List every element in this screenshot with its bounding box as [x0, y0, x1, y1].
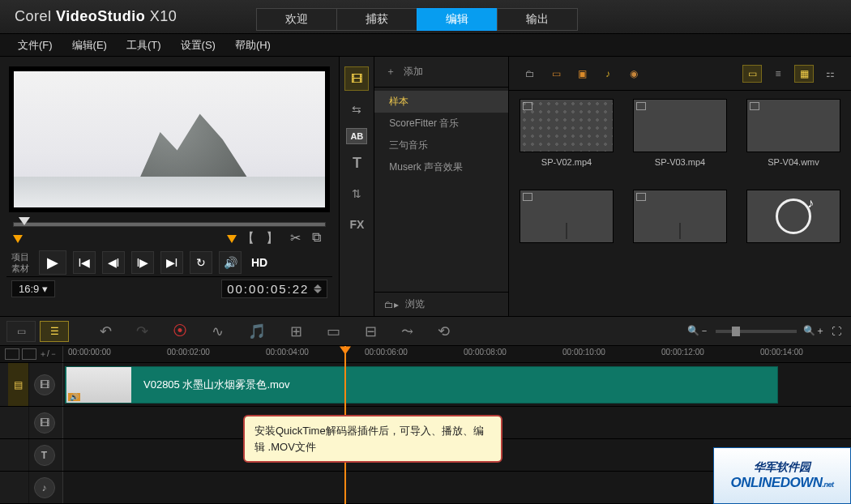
rail-transition-icon[interactable]: ⇆	[344, 97, 369, 122]
ruler-right-icon[interactable]	[22, 348, 36, 360]
timecode-down-icon[interactable]	[314, 289, 322, 293]
timeline-clip[interactable]: 🔊 V02805 水墨山水烟雾景色.mov	[65, 366, 778, 404]
menu-help[interactable]: 帮助(H)	[225, 38, 280, 53]
watermark-cn: 华军软件园	[754, 460, 810, 475]
video-track-icon[interactable]: 🎞	[34, 374, 55, 395]
title-track-icon[interactable]: T	[34, 445, 55, 466]
sort-icon[interactable]: ⚏	[820, 65, 840, 83]
video-track-1[interactable]: ▤ 🎞 🔊 V02805 水墨山水烟雾景色.mov	[0, 363, 851, 407]
timeline-view-icon[interactable]: ☰	[40, 321, 69, 342]
library-item-sample[interactable]: 样本	[374, 91, 508, 113]
watermark-badge: 华军软件园 ONLINEDOWN.net	[713, 447, 851, 504]
record-icon[interactable]: ⦿	[173, 322, 187, 340]
rail-title-icon[interactable]: AB	[346, 128, 367, 144]
thumb-label: SP-V02.mp4	[541, 157, 592, 167]
mark-out-icon[interactable]: 】	[266, 230, 279, 247]
preview-slider[interactable]	[13, 222, 326, 227]
main-tab-edit[interactable]: 编辑	[417, 8, 498, 31]
storyboard-view-icon[interactable]: ▭	[6, 321, 36, 342]
rail-fx-icon[interactable]: FX	[344, 212, 369, 237]
track-toggle-icon[interactable]: ▤	[8, 363, 29, 406]
preview-screen[interactable]	[9, 66, 330, 212]
track-motion-icon[interactable]: ⤳	[401, 322, 413, 340]
project-label[interactable]: 项目	[11, 251, 29, 263]
prev-frame-button[interactable]: ◀I	[102, 251, 125, 274]
track-plus-icon[interactable]: ＋/－	[39, 348, 58, 360]
play-button[interactable]: ▶	[39, 250, 66, 275]
zoom-out-icon[interactable]: 🔍－	[687, 324, 709, 338]
thumb-item[interactable]: SP-V03.mp4	[627, 99, 733, 180]
next-frame-button[interactable]: I▶	[131, 251, 154, 274]
filter-audio-icon[interactable]: ♪	[598, 65, 618, 83]
thumb-item[interactable]: SP-V02.mp4	[514, 99, 619, 180]
timecode-up-icon[interactable]	[314, 284, 322, 288]
main-tab-capture[interactable]: 捕获	[336, 8, 417, 31]
view-list-icon[interactable]: ▭	[742, 65, 762, 83]
view-details-icon[interactable]: ≡	[768, 65, 788, 83]
motion-track-icon[interactable]: ⊞	[290, 322, 302, 340]
undo-icon[interactable]: ↶	[100, 322, 112, 340]
browse-label: 浏览	[405, 297, 425, 311]
overlay-track-icon[interactable]: 🎞	[34, 412, 55, 434]
rail-graphic-icon[interactable]: ⇅	[344, 182, 369, 206]
rail-media-icon[interactable]: 🎞	[344, 66, 369, 91]
tick-label: 00:00:10:00	[562, 348, 605, 357]
cut-icon[interactable]: ✂	[290, 230, 301, 247]
main-tab-welcome[interactable]: 欢迎	[256, 8, 337, 31]
timeline-ruler[interactable]: ＋/－ 00:00:00:00 00:00:02:00 00:00:04:00 …	[0, 346, 851, 363]
zoom-slider[interactable]	[716, 330, 797, 333]
track-toggle-icon[interactable]	[8, 472, 29, 503]
audio-mixer-icon[interactable]: ∿	[212, 322, 224, 340]
mark-in-icon[interactable]: 【	[242, 230, 254, 247]
redo-icon[interactable]: ↷	[136, 322, 148, 340]
loop-button[interactable]: ↻	[190, 251, 212, 274]
menu-tools[interactable]: 工具(T)	[117, 38, 171, 53]
filter-disc-icon[interactable]: ◉	[624, 65, 644, 83]
track-toggle-icon[interactable]	[8, 439, 29, 471]
track-toggle-icon[interactable]	[8, 407, 29, 438]
playback-controls: 项目 素材 ▶ I◀ ◀I I▶ ▶I ↻ 🔊 HD	[11, 250, 327, 275]
filter-photo-icon[interactable]: ▣	[572, 65, 592, 83]
hd-label[interactable]: HD	[248, 251, 271, 274]
main-tab-output[interactable]: 输出	[497, 8, 578, 31]
library-item-muserk[interactable]: Muserk 声音效果	[374, 156, 508, 178]
library-column: ＋ 添加 样本 ScoreFitter 音乐 三句音乐 Muserk 声音效果 …	[374, 57, 509, 316]
thumb-item[interactable]: SP-V04.wmv	[741, 99, 846, 180]
aspect-value: 16:9	[19, 283, 39, 295]
zoom-in-icon[interactable]: 🔍＋	[803, 324, 825, 338]
ruler-ticks[interactable]: 00:00:00:00 00:00:02:00 00:00:04:00 00:0…	[63, 346, 851, 362]
goto-start-button[interactable]: I◀	[73, 251, 96, 274]
thumb-item[interactable]	[514, 190, 619, 271]
library-item-scorefitter[interactable]: ScoreFitter 音乐	[374, 113, 508, 135]
goto-end-button[interactable]: ▶I	[160, 251, 183, 274]
browse-row[interactable]: 🗀▸ 浏览	[374, 292, 508, 316]
pan-zoom-icon[interactable]: ⟲	[438, 322, 450, 340]
thumb-item[interactable]	[741, 190, 846, 271]
audio-track-icon[interactable]: ♪	[34, 477, 55, 498]
menu-settings[interactable]: 设置(S)	[171, 38, 225, 53]
menu-file[interactable]: 文件(F)	[8, 38, 62, 53]
menu-edit[interactable]: 编辑(E)	[62, 38, 117, 53]
aspect-ratio-selector[interactable]: 16:9 ▾	[11, 280, 55, 297]
auto-music-icon[interactable]: 🎵	[248, 322, 266, 340]
subtitle-icon[interactable]: ▭	[327, 322, 340, 340]
trim-marks[interactable]	[13, 235, 237, 243]
fit-timeline-icon[interactable]: ⛶	[832, 326, 841, 337]
filter-video-icon[interactable]: ▭	[546, 65, 566, 83]
folder-icon[interactable]: 🗀	[520, 65, 540, 83]
copy-icon[interactable]: ⧉	[312, 230, 321, 247]
volume-icon[interactable]: 🔊	[219, 251, 242, 274]
library-item-triple[interactable]: 三句音乐	[374, 135, 508, 156]
thumb-item[interactable]	[627, 190, 733, 271]
add-folder-button[interactable]: ＋ 添加	[374, 57, 508, 88]
clip-badge-icon	[523, 102, 532, 110]
slider-thumb-icon[interactable]	[19, 217, 30, 225]
timecode-field[interactable]: 00:00:05:22	[221, 280, 327, 298]
ruler-left-icon[interactable]	[5, 348, 19, 360]
clip-label[interactable]: 素材	[11, 263, 29, 274]
rail-text-icon[interactable]: T	[344, 151, 369, 175]
tooltip-text: 安装QuickTime解码器插件后，可导入、播放、编辑 .MOV文件	[254, 425, 484, 453]
view-thumb-icon[interactable]: ▦	[794, 65, 814, 83]
multi-cam-icon[interactable]: ⊟	[365, 322, 377, 340]
clip-badge-icon	[750, 102, 759, 110]
